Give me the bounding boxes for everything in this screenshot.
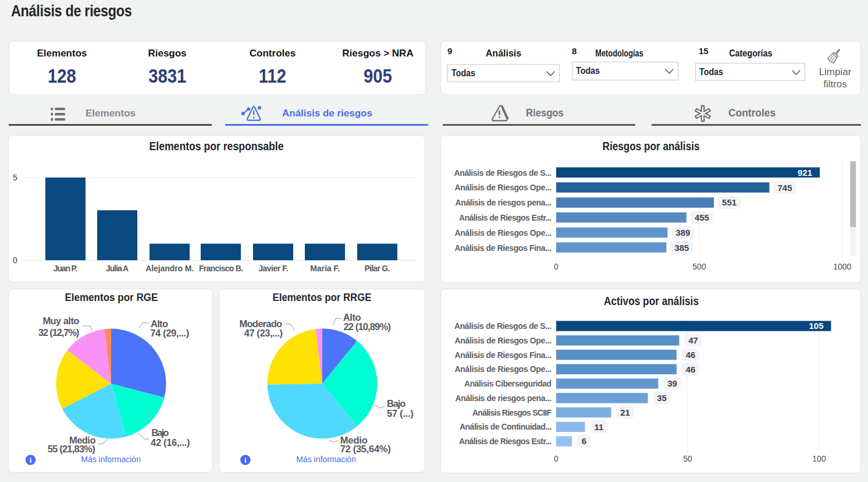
svg-text:Muy alto: Muy alto [42, 316, 79, 326]
svg-text:389: 389 [675, 228, 690, 238]
svg-text:María F.: María F. [310, 264, 340, 273]
svg-text:0: 0 [554, 454, 558, 463]
svg-text:39: 39 [667, 378, 677, 388]
svg-text:5: 5 [13, 173, 17, 182]
svg-text:500: 500 [692, 262, 706, 271]
svg-text:Javier F.: Javier F. [258, 264, 288, 273]
svg-text:Elementos por responsable: Elementos por responsable [150, 140, 284, 153]
svg-text:50: 50 [683, 454, 692, 463]
svg-text:Elementos por RRGE: Elementos por RRGE [273, 291, 372, 303]
svg-text:Análisis de riesgos pena...: Análisis de riesgos pena... [456, 198, 552, 207]
svg-text:Análisis de Riesgos Ope...: Análisis de Riesgos Ope... [455, 364, 552, 374]
svg-text:Análisis de Riesgos Ope...: Análisis de Riesgos Ope... [455, 228, 552, 238]
svg-text:21: 21 [620, 407, 630, 417]
svg-text:32 (12,7%): 32 (12,7%) [38, 327, 80, 338]
svg-text:Análisis de Riesgos Ope...: Análisis de Riesgos Ope... [455, 336, 552, 345]
svg-text:Más información: Más información [296, 455, 356, 464]
svg-text:Más información: Más información [81, 455, 141, 464]
svg-text:Análisis de Riesgos de S...: Análisis de Riesgos de S... [454, 321, 552, 331]
svg-text:74 (29,...): 74 (29,...) [150, 328, 189, 338]
svg-text:47: 47 [688, 335, 698, 345]
svg-text:57 (...): 57 (...) [387, 408, 414, 419]
svg-text:745: 745 [777, 183, 792, 193]
svg-text:i: i [30, 456, 32, 465]
svg-text:Julia A: Julia A [106, 264, 129, 273]
svg-text:Juan P.: Juan P. [54, 264, 77, 273]
svg-text:Análisis de Riesgos Ope...: Análisis de Riesgos Ope... [455, 183, 552, 192]
svg-text:Bajo: Bajo [151, 427, 169, 438]
svg-text:11: 11 [595, 422, 604, 432]
svg-text:55 (21,83%): 55 (21,83%) [48, 444, 95, 454]
svg-text:Análisis de Riesgos Estr...: Análisis de Riesgos Estr... [459, 213, 552, 222]
svg-text:Alejandro M.: Alejandro M. [145, 264, 194, 273]
svg-text:35: 35 [657, 393, 667, 403]
svg-text:Análisis de Riesgos de S...: Análisis de Riesgos de S... [454, 168, 552, 178]
svg-text:46: 46 [686, 350, 696, 360]
svg-text:Análisis de Riesgos Estr...: Análisis de Riesgos Estr... [459, 437, 552, 446]
svg-text:455: 455 [695, 212, 709, 222]
svg-text:6: 6 [582, 436, 586, 446]
svg-text:Análisis Ciberseguridad: Análisis Ciberseguridad [464, 379, 552, 388]
svg-text:22 (10,89%): 22 (10,89%) [344, 321, 391, 332]
svg-text:921: 921 [798, 168, 812, 178]
svg-text:100: 100 [812, 454, 826, 463]
svg-text:Riesgos por análisis: Riesgos por análisis [603, 140, 700, 153]
svg-text:551: 551 [722, 197, 737, 207]
svg-text:Análisis de riesgos pena...: Análisis de riesgos pena... [456, 394, 552, 403]
svg-text:72 (35,64%): 72 (35,64%) [340, 444, 391, 454]
svg-text:46: 46 [686, 364, 696, 374]
svg-text:Alto: Alto [151, 318, 168, 329]
svg-text:1000: 1000 [833, 262, 851, 271]
svg-text:385: 385 [674, 243, 689, 253]
svg-text:0: 0 [13, 256, 17, 265]
svg-text:Análisis de Riesgos Fina...: Análisis de Riesgos Fina... [455, 350, 552, 360]
svg-text:Análisis Riesgos SCIIF: Análisis Riesgos SCIIF [472, 408, 552, 417]
svg-text:i: i [244, 456, 247, 465]
svg-text:105: 105 [809, 321, 823, 331]
svg-text:47 (23,...): 47 (23,...) [244, 328, 283, 338]
svg-text:Activos por análisis: Activos por análisis [604, 295, 699, 307]
svg-text:42 (16,...): 42 (16,...) [151, 437, 190, 448]
svg-text:0: 0 [554, 262, 558, 271]
svg-text:Bajo: Bajo [387, 398, 405, 409]
svg-text:Pilar G.: Pilar G. [364, 264, 390, 273]
svg-text:Análisis de Continuidad...: Análisis de Continuidad... [460, 422, 552, 431]
svg-text:Elementos por RGE: Elementos por RGE [65, 291, 158, 303]
svg-text:Francisco B.: Francisco B. [199, 264, 243, 273]
svg-text:Análisis de Riesgos Fina...: Análisis de Riesgos Fina... [455, 243, 552, 253]
